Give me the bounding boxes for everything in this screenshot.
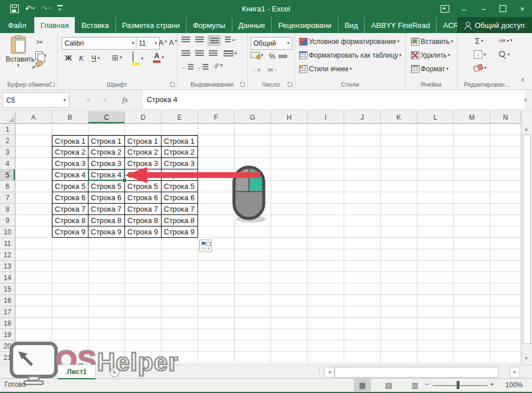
- cell-K7[interactable]: [381, 192, 417, 204]
- column-header-G[interactable]: G: [235, 111, 271, 124]
- copy-button[interactable]: ▾: [35, 51, 46, 60]
- cell-N3[interactable]: [490, 147, 521, 158]
- cell-B2[interactable]: Строка 1: [52, 135, 88, 147]
- cell-D10[interactable]: Строка 9: [125, 226, 162, 238]
- cell-K12[interactable]: [381, 249, 417, 261]
- scroll-up-icon[interactable]: ▲: [523, 125, 530, 133]
- cell-F8[interactable]: [198, 204, 235, 215]
- cell-M6[interactable]: [454, 181, 490, 192]
- cell-G2[interactable]: [235, 135, 271, 147]
- font-name-combo[interactable]: Calibri▾: [62, 37, 137, 50]
- cell-H10[interactable]: [271, 226, 308, 238]
- cell-M20[interactable]: [454, 341, 490, 352]
- cell-K2[interactable]: [381, 135, 417, 147]
- cell-L5[interactable]: [417, 169, 454, 181]
- cell-N9[interactable]: [490, 215, 521, 226]
- cell-I16[interactable]: [308, 295, 344, 306]
- column-header-F[interactable]: F: [198, 111, 235, 124]
- cell-H13[interactable]: [271, 261, 308, 272]
- find-select-button[interactable]: ▾: [499, 51, 510, 58]
- cell-N7[interactable]: [490, 192, 521, 204]
- cell-M11[interactable]: [454, 238, 490, 249]
- customize-qat-button[interactable]: ▾: [57, 5, 63, 12]
- cell-C6[interactable]: Строка 5: [88, 181, 125, 192]
- cell-B20[interactable]: [52, 341, 88, 352]
- cell-F17[interactable]: [198, 306, 235, 318]
- cell-K8[interactable]: [381, 204, 417, 215]
- cell-J11[interactable]: [344, 238, 381, 249]
- cell-C7[interactable]: Строка 6: [88, 192, 125, 204]
- wrap-text-button[interactable]: ↩: [225, 37, 236, 43]
- ribbon-display-options-button[interactable]: [435, 0, 454, 17]
- cell-E9[interactable]: Строка 8: [162, 215, 198, 226]
- cell-F20[interactable]: [198, 341, 235, 352]
- cell-D6[interactable]: Строка 5: [125, 181, 162, 192]
- cell-B14[interactable]: [52, 272, 88, 283]
- cell-A2[interactable]: [15, 135, 52, 147]
- cell-H7[interactable]: [271, 192, 308, 204]
- cell-E4[interactable]: Строка 3: [162, 158, 198, 169]
- cell-B3[interactable]: Строка 2: [52, 147, 88, 158]
- cell-E18[interactable]: [162, 318, 198, 329]
- format-cells-button[interactable]: Формат▾: [411, 65, 449, 73]
- formula-input[interactable]: Строка 4: [142, 90, 525, 109]
- row-header-14[interactable]: 14: [0, 272, 15, 283]
- cell-J15[interactable]: [344, 283, 381, 295]
- row-header-17[interactable]: 17: [0, 306, 15, 318]
- cell-C17[interactable]: [88, 306, 125, 318]
- cell-L8[interactable]: [417, 204, 454, 215]
- cell-I2[interactable]: [308, 135, 344, 147]
- cell-I13[interactable]: [308, 261, 344, 272]
- cell-L7[interactable]: [417, 192, 454, 204]
- name-box[interactable]: C5▾: [2, 92, 70, 108]
- align-left-button[interactable]: [182, 50, 190, 56]
- cell-N19[interactable]: [490, 329, 521, 341]
- cell-J8[interactable]: [344, 204, 381, 215]
- delete-cells-button[interactable]: Удалить▾: [411, 51, 450, 59]
- cell-C14[interactable]: [88, 272, 125, 283]
- row-header-19[interactable]: 19: [0, 329, 15, 341]
- cell-G14[interactable]: [235, 272, 271, 283]
- row-header-12[interactable]: 12: [0, 249, 15, 261]
- cell-L4[interactable]: [417, 158, 454, 169]
- cell-J13[interactable]: [344, 261, 381, 272]
- cell-K9[interactable]: [381, 215, 417, 226]
- italic-button[interactable]: К: [79, 54, 84, 63]
- cell-E14[interactable]: [162, 272, 198, 283]
- cell-C21[interactable]: [88, 352, 125, 363]
- cell-L19[interactable]: [417, 329, 454, 341]
- tab-view[interactable]: Вид: [338, 17, 365, 33]
- cell-D17[interactable]: [125, 306, 162, 318]
- cell-B7[interactable]: Строка 6: [52, 192, 88, 204]
- cell-I3[interactable]: [308, 147, 344, 158]
- cell-F15[interactable]: [198, 283, 235, 295]
- cell-H8[interactable]: [271, 204, 308, 215]
- normal-view-icon[interactable]: ▦: [354, 379, 371, 391]
- cell-N2[interactable]: [490, 135, 521, 147]
- cell-M17[interactable]: [454, 306, 490, 318]
- cell-B16[interactable]: [52, 295, 88, 306]
- clipboard-dialog-launcher[interactable]: [50, 82, 55, 87]
- cell-styles-button[interactable]: Стили ячеек▾: [299, 65, 352, 73]
- cell-N17[interactable]: [490, 306, 521, 318]
- row-header-1[interactable]: 1: [0, 124, 15, 135]
- cell-I15[interactable]: [308, 283, 344, 295]
- cell-H15[interactable]: [271, 283, 308, 295]
- cell-E2[interactable]: Строка 1: [162, 135, 198, 147]
- zoom-slider-track[interactable]: [433, 385, 487, 386]
- cell-G11[interactable]: [235, 238, 271, 249]
- cell-A16[interactable]: [15, 295, 52, 306]
- cell-H6[interactable]: [271, 181, 308, 192]
- cell-D9[interactable]: Строка 8: [125, 215, 162, 226]
- row-header-18[interactable]: 18: [0, 318, 15, 329]
- cell-C8[interactable]: Строка 7: [88, 204, 125, 215]
- tab-file[interactable]: Файл: [0, 17, 34, 33]
- cell-L2[interactable]: [417, 135, 454, 147]
- cell-I5[interactable]: [308, 169, 344, 181]
- cell-B12[interactable]: [52, 249, 88, 261]
- cell-D1[interactable]: [125, 124, 162, 135]
- cell-D3[interactable]: Строка 2: [125, 147, 162, 158]
- cell-D8[interactable]: Строка 7: [125, 204, 162, 215]
- cell-B4[interactable]: Строка 3: [52, 158, 88, 169]
- cell-C18[interactable]: [88, 318, 125, 329]
